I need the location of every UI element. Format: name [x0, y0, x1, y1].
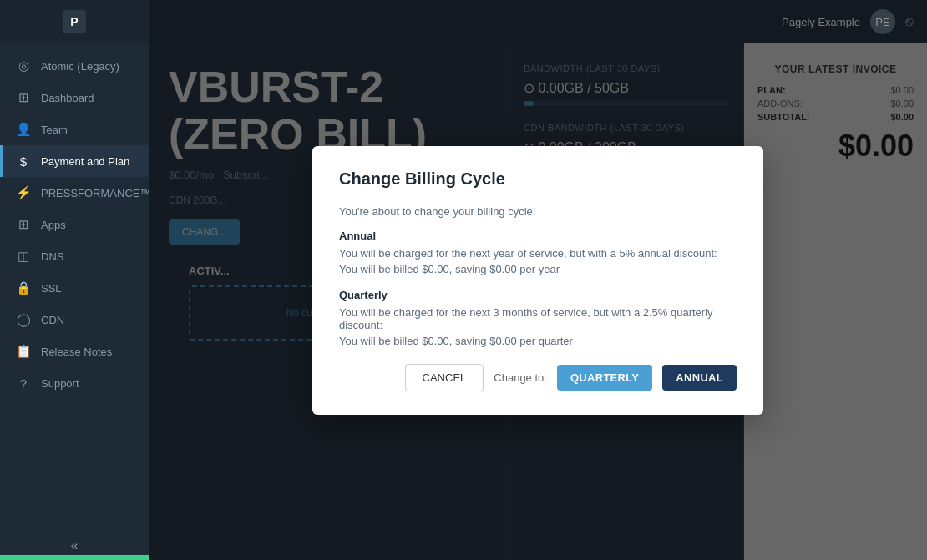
change-to-label: Change to: — [494, 371, 547, 384]
sidebar-item-label: SSL — [41, 282, 62, 295]
quarterly-description: You will be charged for the next 3 month… — [339, 306, 737, 331]
sidebar-item-label: Apps — [41, 219, 66, 231]
pressformance-icon: ⚡ — [16, 185, 31, 200]
annual-section-title: Annual — [339, 230, 737, 242]
sidebar-item-release-notes[interactable]: 📋 Release Notes — [0, 335, 149, 367]
sidebar-item-label: CDN — [41, 314, 64, 326]
cancel-button[interactable]: CANCEL — [405, 364, 484, 391]
quarterly-section-title: Quarterly — [339, 289, 737, 301]
sidebar-item-pressformance[interactable]: ⚡ PRESSFORMANCE™ — [0, 177, 149, 209]
sidebar-item-support[interactable]: ? Support — [0, 367, 149, 399]
sidebar: P ◎ Atomic (Legacy) ⊞ Dashboard 👤 Team $… — [0, 0, 149, 560]
annual-savings: You will be billed $0.00, saving $0.00 p… — [339, 263, 737, 275]
sidebar-logo: P — [0, 0, 149, 43]
quarterly-savings: You will be billed $0.00, saving $0.00 p… — [339, 335, 737, 347]
sidebar-item-ssl[interactable]: 🔒 SSL — [0, 272, 149, 304]
sidebar-item-label: Payment and Plan — [41, 155, 129, 168]
main-content: Pagely Example PE ⎋ VBURST-2 (ZERO BILL)… — [149, 0, 927, 560]
sidebar-item-label: DNS — [41, 250, 63, 263]
sidebar-item-dashboard[interactable]: ⊞ Dashboard — [0, 82, 149, 114]
sidebar-item-atomic[interactable]: ◎ Atomic (Legacy) — [0, 50, 149, 82]
annual-description: You will be charged for the next year of… — [339, 247, 737, 260]
sidebar-item-label: PRESSFORMANCE™ — [41, 187, 150, 199]
sidebar-item-team[interactable]: 👤 Team — [0, 114, 149, 145]
ssl-icon: 🔒 — [16, 280, 31, 295]
modal-footer: CANCEL Change to: QUARTERLY ANNUAL — [339, 364, 737, 391]
support-icon: ? — [16, 376, 31, 391]
change-billing-cycle-modal: Change Billing Cycle You're about to cha… — [312, 146, 763, 415]
dashboard-icon: ⊞ — [16, 90, 31, 105]
collapse-icon: « — [71, 538, 79, 553]
modal-intro-text: You're about to change your billing cycl… — [339, 205, 737, 218]
sidebar-item-label: Atomic (Legacy) — [41, 60, 119, 73]
sidebar-item-dns[interactable]: ◫ DNS — [0, 240, 149, 272]
modal-overlay: Change Billing Cycle You're about to cha… — [149, 0, 927, 560]
cdn-icon: ◯ — [16, 312, 31, 327]
apps-icon: ⊞ — [16, 217, 31, 232]
sidebar-item-apps[interactable]: ⊞ Apps — [0, 209, 149, 240]
dns-icon: ◫ — [16, 249, 31, 264]
payment-icon: $ — [16, 154, 31, 169]
release-notes-icon: 📋 — [16, 344, 31, 359]
quarterly-button[interactable]: QUARTERLY — [557, 365, 652, 391]
sidebar-item-label: Team — [41, 124, 68, 136]
sidebar-item-payment[interactable]: $ Payment and Plan — [0, 145, 149, 177]
logo-icon: P — [63, 10, 86, 33]
sidebar-navigation: ◎ Atomic (Legacy) ⊞ Dashboard 👤 Team $ P… — [0, 43, 149, 532]
green-status-bar — [0, 555, 149, 560]
annual-button[interactable]: ANNUAL — [662, 365, 737, 391]
sidebar-item-cdn[interactable]: ◯ CDN — [0, 304, 149, 335]
sidebar-item-label: Dashboard — [41, 92, 94, 104]
team-icon: 👤 — [16, 122, 31, 137]
atomic-icon: ◎ — [16, 58, 31, 73]
sidebar-item-label: Release Notes — [41, 346, 112, 358]
modal-title: Change Billing Cycle — [339, 169, 737, 189]
sidebar-item-label: Support — [41, 377, 79, 390]
